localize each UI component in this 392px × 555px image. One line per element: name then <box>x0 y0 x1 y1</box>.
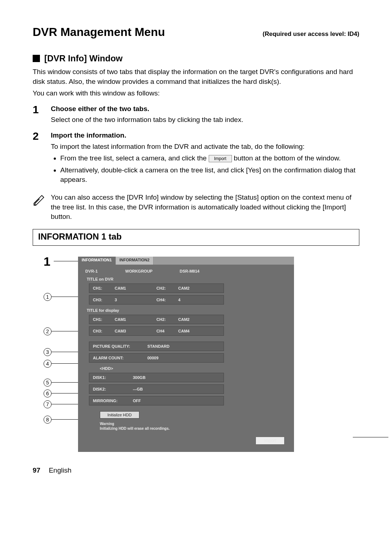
hdd-label: <HDD> <box>100 366 288 371</box>
step-number: 2 <box>33 131 51 187</box>
section-heading: [DVR Info] Window <box>33 53 359 64</box>
ch3-label: CH3: <box>93 298 115 302</box>
callout-2: 2 <box>44 327 52 335</box>
disk1-row: DISK1: 300GB <box>89 373 224 382</box>
picture-quality-label: PICTURE QUALITY: <box>93 344 147 348</box>
note-icon <box>33 193 51 222</box>
title-for-display-label: TITLE for display <box>87 308 288 313</box>
lead-line <box>54 261 78 261</box>
footer: 97 English <box>33 466 359 474</box>
step2-body: To import the latest information from th… <box>51 142 359 152</box>
d-ch4-label: CH4 <box>156 329 178 333</box>
alarm-count-value: 00009 <box>147 356 159 360</box>
d-ch4-value: CAM4 <box>178 329 220 333</box>
lead-line <box>52 297 78 297</box>
d-ch3-label: CH3: <box>93 329 115 333</box>
disk2-value: ---GB <box>133 387 143 391</box>
dvr-model: DSR-M814 <box>180 269 199 273</box>
tab-information1[interactable]: INFORMATION1 <box>78 257 116 265</box>
disk1-value: 300GB <box>133 375 146 380</box>
lead-line <box>52 419 78 420</box>
page-number: 97 <box>33 466 40 474</box>
tab-bar: INFORMATION1 INFORMATION2 <box>78 257 294 265</box>
mirroring-label: MIRRORING: <box>93 399 133 403</box>
import-inline-button[interactable]: Import <box>209 155 232 162</box>
lead-line <box>52 382 78 383</box>
step2-heading: Import the information. <box>51 131 359 140</box>
lead-line <box>52 352 78 352</box>
workgroup-label: WORKGROUP <box>125 269 180 273</box>
d-ch2-value: CAM2 <box>178 317 220 322</box>
page-title: DVR Management Menu <box>33 25 165 39</box>
note: You can also access the [DVR Info] windo… <box>33 193 359 222</box>
lead-line <box>52 331 78 331</box>
callout-big-1: 1 <box>44 254 50 269</box>
disp-title-row1: CH1: CAM1 CH2: CAM2 <box>89 315 224 324</box>
ch1-label: CH1: <box>93 286 115 290</box>
tab-information2[interactable]: INFORMATION2 <box>116 257 154 265</box>
svg-rect-0 <box>34 199 40 204</box>
step-2: 2 Import the information. To import the … <box>33 131 359 187</box>
page: DVR Management Menu (Required user acces… <box>0 0 392 489</box>
initialize-hdd-button[interactable]: Initialize HDD <box>100 411 139 419</box>
disk2-label: DISK2: <box>93 387 133 391</box>
disk1-label: DISK1: <box>93 375 133 380</box>
callouts-left: 1 1 2 3 4 5 <box>44 257 78 452</box>
step1-heading: Choose either of the two tabs. <box>51 104 359 114</box>
lead-line <box>52 393 78 393</box>
dvr-title-row2: CH3: 3 CH4: 4 <box>89 295 224 305</box>
section-para2: You can work with this window as follows… <box>33 89 359 98</box>
lead-line <box>52 363 78 364</box>
picture-quality-value: STANDARD <box>147 344 170 348</box>
header: DVR Management Menu (Required user acces… <box>33 25 359 39</box>
alarm-count-row: ALARM COUNT: 00009 <box>89 353 224 363</box>
disp-title-row2: CH3: CAM3 CH4 CAM4 <box>89 326 224 336</box>
callout-7: 7 <box>44 400 52 408</box>
callout-3: 3 <box>44 348 52 356</box>
ch1-value: CAM1 <box>115 286 156 290</box>
warning-block: Warning Initializing HDD will erase all … <box>100 421 288 431</box>
ch2-value: CAM2 <box>178 286 220 290</box>
tab-heading-box: INFORMATION 1 tab <box>33 229 359 246</box>
ch4-value: 4 <box>178 298 220 302</box>
step-1: 1 Choose either of the two tabs. Select … <box>33 104 359 125</box>
info-panel: INFORMATION1 INFORMATION2 DVR-1 WORKGROU… <box>78 257 294 452</box>
callout-1: 1 <box>44 293 52 301</box>
d-ch1-value: CAM1 <box>115 317 156 322</box>
lead-line <box>52 404 78 404</box>
ch4-label: CH4: <box>156 298 178 302</box>
mirroring-value: OFF <box>133 399 141 403</box>
callout-5: 5 <box>44 379 52 387</box>
callout-4: 4 <box>44 360 52 368</box>
import-button[interactable]: Import <box>256 437 285 445</box>
bullet1-pre: From the tree list, select a camera, and… <box>60 154 207 162</box>
steps: 1 Choose either of the two tabs. Select … <box>33 104 359 187</box>
step1-body: Select one of the two information tabs b… <box>51 115 359 125</box>
step2-bullet1: From the tree list, select a camera, and… <box>60 154 359 163</box>
d-ch2-label: CH2: <box>156 317 178 322</box>
picture-quality-row: PICTURE QUALITY: STANDARD <box>89 342 224 351</box>
lead-line <box>353 437 388 437</box>
callout-6: 6 <box>44 389 52 397</box>
warning-label: Warning <box>100 421 288 426</box>
d-ch1-label: CH1: <box>93 317 115 322</box>
footer-language: English <box>49 466 71 474</box>
step-number: 1 <box>33 104 51 125</box>
title-on-dvr-label: TITLE on DVR <box>87 277 288 281</box>
step2-bullet2: Alternatively, double-click a camera on … <box>60 166 359 185</box>
dvr-title-row1: CH1: CAM1 CH2: CAM2 <box>89 283 224 293</box>
bullet-square-icon <box>33 55 40 62</box>
dvr-name: DVR-1 <box>85 269 125 273</box>
ch2-label: CH2: <box>156 286 178 290</box>
access-level: (Required user access level: ID4) <box>263 30 359 38</box>
d-ch3-value: CAM3 <box>115 329 156 333</box>
section-title: [DVR Info] Window <box>44 53 123 64</box>
disk2-row: DISK2: ---GB <box>89 384 224 394</box>
callout-8: 8 <box>44 416 52 424</box>
figure: 1 1 2 3 4 5 <box>44 257 359 452</box>
warning-text: Initializing HDD will erase all recordin… <box>100 426 288 431</box>
note-text: You can also access the [DVR Info] windo… <box>51 193 359 222</box>
ch3-value: 3 <box>115 298 156 302</box>
mirroring-row: MIRRORING: OFF <box>89 396 224 405</box>
alarm-count-label: ALARM COUNT: <box>93 356 147 360</box>
